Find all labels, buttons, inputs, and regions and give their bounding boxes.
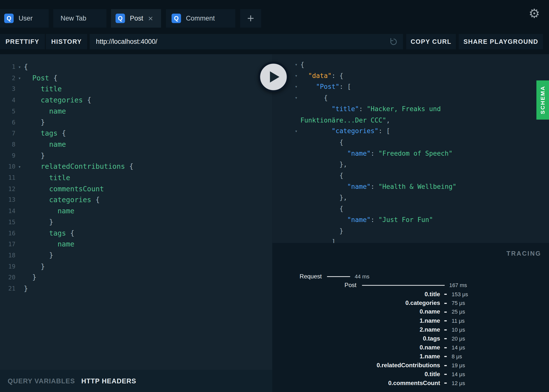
trace-row: 0.title14 μs — [273, 370, 549, 379]
query-code-line: 2▾ Post { — [0, 73, 273, 84]
tab-label: User — [19, 15, 33, 22]
query-editor[interactable]: 1▾{2▾ Post {3 title4 categories {5 name6… — [0, 54, 273, 294]
fold-arrow-icon[interactable]: ▾ — [292, 92, 301, 103]
fold-arrow-icon[interactable]: ▾ — [15, 62, 24, 73]
trace-time: 75 μs — [452, 300, 465, 306]
execute-button[interactable] — [258, 62, 289, 92]
topbar: Q User New Tab Q Post × Q Comment + ⚙ PR… — [0, 0, 549, 54]
fold-gutter — [292, 159, 301, 170]
trace-label: 0.title — [273, 371, 440, 378]
query-code-line: 15 } — [0, 217, 273, 228]
query-badge-icon: Q — [172, 14, 181, 23]
trace-label: 2.name — [273, 326, 440, 333]
trace-time: 8 μs — [452, 353, 462, 360]
refresh-icon[interactable] — [389, 37, 398, 46]
fold-gutter — [15, 84, 24, 95]
query-code-line: 11 title — [0, 172, 273, 184]
tracing-title[interactable]: TRACING — [506, 250, 541, 257]
trace-label: 0.name — [273, 309, 440, 316]
tab-new-tab[interactable]: New Tab — [53, 9, 107, 28]
trace-time: 11 μs — [452, 318, 465, 324]
query-code-line: 12 commentsCount — [0, 183, 273, 195]
trace-label: 0.commentsCount — [273, 380, 440, 387]
fold-gutter — [292, 225, 301, 237]
trace-bar — [327, 276, 350, 277]
query-editor-pane[interactable]: 1▾{2▾ Post {3 title4 categories {5 name6… — [0, 54, 273, 370]
fold-gutter — [292, 181, 301, 192]
query-code-line: 17 name — [0, 239, 273, 250]
fold-gutter — [292, 137, 301, 148]
fold-gutter — [292, 170, 301, 181]
fold-gutter — [15, 217, 24, 228]
trace-bar — [444, 303, 447, 304]
fold-gutter — [292, 115, 301, 126]
line-number: 8 — [0, 139, 15, 150]
response-code-line: ▾ { — [292, 92, 549, 103]
trace-label: 0.name — [273, 344, 440, 351]
tab-comment[interactable]: Q Comment — [166, 9, 235, 28]
trace-row: 0.commentsCount12 μs — [273, 379, 549, 388]
trace-bar — [444, 329, 447, 330]
response-code-line: { — [292, 170, 549, 181]
response-code-line: ] — [292, 237, 549, 243]
line-number: 21 — [0, 283, 15, 294]
line-number: 17 — [0, 239, 15, 250]
fold-arrow-icon[interactable]: ▾ — [15, 161, 24, 172]
toolbar: PRETTIFY HISTORY COPY CURL SHARE PLAYGRO… — [0, 34, 549, 49]
tab-post[interactable]: Q Post × — [111, 9, 161, 28]
trace-row: 0.title153 μs — [273, 290, 549, 299]
trace-bar — [444, 320, 447, 321]
trace-time: 19 μs — [452, 362, 465, 368]
query-code-line: 7 tags { — [0, 128, 273, 139]
trace-time: 44 ms — [355, 273, 370, 280]
query-badge-icon: Q — [4, 14, 14, 23]
add-tab-button[interactable]: + — [240, 9, 261, 28]
query-code-line: 14 name — [0, 206, 273, 217]
response-code-line: { — [292, 203, 549, 214]
fold-arrow-icon[interactable]: ▾ — [292, 126, 301, 137]
prettify-button[interactable]: PRETTIFY — [0, 34, 45, 49]
response-code-line: } — [292, 225, 549, 237]
close-tab-icon[interactable]: × — [148, 14, 153, 23]
schema-tab[interactable]: SCHEMA — [536, 80, 549, 120]
fold-gutter — [15, 183, 24, 195]
query-code-line: 3 title — [0, 84, 273, 95]
query-variables-tab[interactable]: QUERY VARIABLES — [8, 377, 75, 385]
fold-gutter — [292, 103, 301, 115]
trace-row: 0.relatedContributions19 μs — [273, 361, 549, 370]
query-code-line: 8 name — [0, 139, 273, 150]
fold-gutter — [15, 239, 24, 250]
copy-curl-button[interactable]: COPY CURL — [406, 34, 456, 49]
query-badge-icon: Q — [115, 14, 125, 23]
fold-gutter — [292, 203, 301, 214]
fold-arrow-icon[interactable]: ▾ — [15, 73, 24, 84]
history-button[interactable]: HISTORY — [46, 34, 87, 49]
query-code-line: 21} — [0, 283, 273, 294]
fold-arrow-icon[interactable]: ▾ — [292, 70, 301, 81]
trace-row: 0.name25 μs — [273, 308, 549, 317]
trace-bar — [444, 338, 447, 339]
query-code-line: 13 categories { — [0, 195, 273, 206]
fold-gutter — [15, 95, 24, 106]
settings-gear-icon[interactable]: ⚙ — [529, 6, 540, 21]
url-input[interactable] — [90, 34, 403, 49]
plus-icon: + — [247, 12, 254, 25]
fold-arrow-icon[interactable]: ▾ — [292, 59, 301, 70]
query-code-line: 5 name — [0, 106, 273, 117]
response-code-line: ▾ "Post": [ — [292, 81, 549, 92]
fold-gutter — [15, 195, 24, 206]
tab-user[interactable]: Q User — [0, 9, 49, 28]
query-code-line: 19 } — [0, 261, 273, 272]
response-code-line: ▾ "categories": [ — [292, 126, 549, 137]
share-playground-button[interactable]: SHARE PLAYGROUND — [459, 34, 543, 49]
line-number: 2 — [0, 73, 15, 84]
fold-arrow-icon[interactable]: ▾ — [292, 81, 301, 92]
line-number: 5 — [0, 106, 15, 117]
line-number: 16 — [0, 228, 15, 239]
trace-bar — [444, 312, 447, 313]
http-headers-tab[interactable]: HTTP HEADERS — [81, 377, 136, 385]
line-number: 14 — [0, 206, 15, 217]
line-number: 3 — [0, 84, 15, 95]
fold-gutter — [15, 117, 24, 128]
line-number: 9 — [0, 150, 15, 161]
